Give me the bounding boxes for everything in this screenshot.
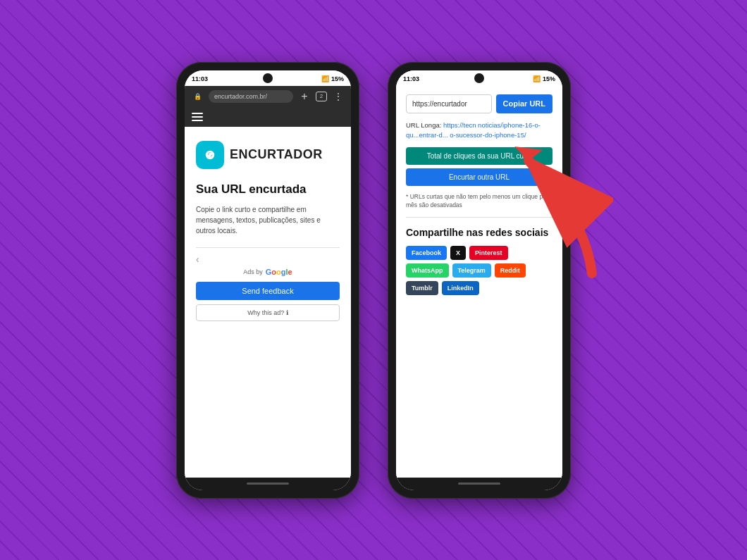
home-bar-right bbox=[458, 483, 500, 485]
google-g: Google bbox=[266, 268, 292, 276]
phone-right: 11:03 📶 15% https://encurtador Copiar UR… bbox=[388, 62, 571, 499]
phone-bottom-left bbox=[185, 478, 351, 490]
phone2-content: https://encurtador Copiar URL URL Longa:… bbox=[396, 86, 562, 478]
battery-text-left: 15% bbox=[331, 75, 344, 82]
total-cliques-button[interactable]: Total de cliques da sua URL cur... bbox=[406, 147, 552, 165]
url-input-row: https://encurtador Copiar URL bbox=[406, 94, 552, 113]
menu-bar-left bbox=[185, 107, 351, 127]
x-button[interactable]: X bbox=[450, 246, 466, 260]
lock-icon: 🔒 bbox=[190, 93, 204, 100]
phone-notch-right bbox=[474, 73, 484, 83]
reddit-button[interactable]: Reddit bbox=[495, 263, 526, 278]
add-tab-icon[interactable]: + bbox=[297, 90, 311, 103]
logo-area: ENCURTADOR bbox=[196, 141, 340, 169]
ads-section: ‹ Ads by Google Send feedback Why this a… bbox=[196, 247, 340, 321]
status-time-right: 11:03 bbox=[403, 75, 419, 82]
whatsapp-button[interactable]: WhatsApp bbox=[406, 263, 449, 278]
address-text-left: encurtador.com.br/ bbox=[214, 93, 267, 100]
status-icons-left: 📶 15% bbox=[321, 75, 344, 82]
share-title: Compartilhe nas redes sociais bbox=[406, 226, 552, 239]
browser-chrome-left: 🔒 encurtador.com.br/ + 2 ⋮ bbox=[185, 86, 351, 107]
telegram-button[interactable]: Telegram bbox=[452, 263, 491, 278]
hamburger-icon[interactable] bbox=[192, 113, 203, 121]
encurtar-outra-button[interactable]: Encurtar outra URL bbox=[406, 168, 552, 186]
phone-notch-left bbox=[263, 73, 273, 83]
back-arrow-icon[interactable]: ‹ bbox=[196, 254, 340, 265]
phone-screen-right: 11:03 📶 15% https://encurtador Copiar UR… bbox=[396, 70, 562, 490]
linkedin-button[interactable]: LinkedIn bbox=[442, 281, 479, 295]
tumblr-button[interactable]: Tumblr bbox=[406, 281, 438, 295]
url-short-field[interactable]: https://encurtador bbox=[406, 94, 492, 113]
home-bar-left bbox=[247, 483, 289, 485]
more-options-icon[interactable]: ⋮ bbox=[331, 91, 345, 102]
status-time-left: 11:03 bbox=[192, 75, 208, 82]
send-feedback-button[interactable]: Send feedback bbox=[196, 282, 340, 300]
right-phone-container: 11:03 📶 15% https://encurtador Copiar UR… bbox=[388, 62, 571, 499]
phone-left: 11:03 📶 15% 🔒 encurtador.com.br/ + 2 ⋮ bbox=[176, 62, 359, 499]
why-ad-button[interactable]: Why this ad? ℹ bbox=[196, 304, 340, 321]
url-note: * URLs curtas que não tem pelo menos um … bbox=[406, 193, 552, 218]
facebook-button[interactable]: Facebook bbox=[406, 246, 447, 260]
ads-by-google: Ads by Google bbox=[196, 268, 340, 276]
wifi-icon: 📶 bbox=[321, 75, 329, 82]
phone-bottom-right bbox=[396, 478, 562, 490]
logo-text: ENCURTADOR bbox=[230, 147, 323, 162]
battery-text-right: 15% bbox=[543, 75, 555, 82]
phone1-content: ENCURTADOR Sua URL encurtada Copie o lin… bbox=[185, 127, 351, 478]
wifi-icon-right: 📶 bbox=[533, 75, 541, 82]
address-bar-left[interactable]: encurtador.com.br/ bbox=[209, 90, 293, 103]
copy-url-button[interactable]: Copiar URL bbox=[496, 94, 553, 113]
tab-count-left[interactable]: 2 bbox=[316, 92, 327, 101]
url-title: Sua URL encurtada bbox=[196, 182, 340, 197]
url-longa-label: URL Longa: bbox=[406, 121, 441, 129]
ads-label: Ads by bbox=[243, 268, 263, 275]
logo-icon bbox=[196, 141, 224, 169]
url-longa-text: URL Longa: https://tecn noticias/iphone-… bbox=[406, 120, 552, 141]
pinterest-button[interactable]: Pinterest bbox=[469, 246, 508, 260]
phone-screen-left: 11:03 📶 15% 🔒 encurtador.com.br/ + 2 ⋮ bbox=[185, 70, 351, 490]
url-desc: Copie o link curto e compartilhe em mens… bbox=[196, 204, 340, 236]
status-icons-right: 📶 15% bbox=[533, 75, 555, 82]
social-buttons-row: Facebook X Pinterest WhatsApp Telegram R… bbox=[406, 246, 552, 295]
